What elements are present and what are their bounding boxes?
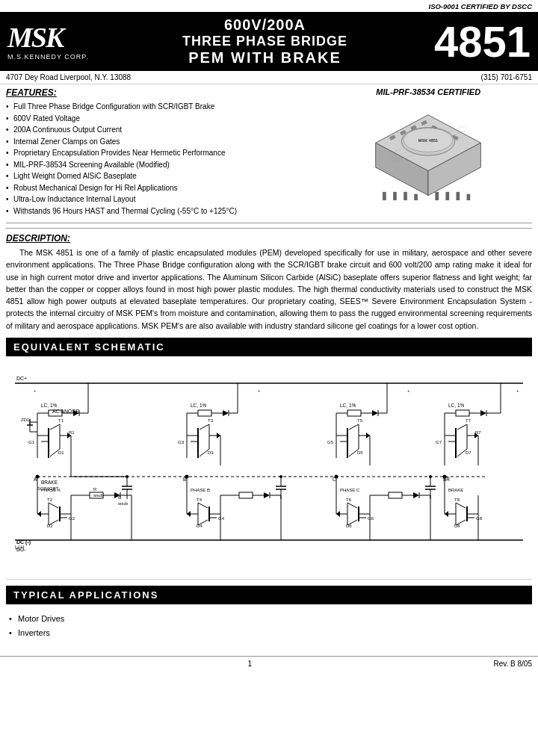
address-line: 4707 Dey Road Liverpool, N.Y. 13088 (315… [0,71,538,84]
list-item: Internal Zener Clamps on Gates [6,136,317,148]
features-left: FEATURES: Full Three Phase Bridge Config… [6,87,317,217]
svg-rect-84 [347,410,361,416]
svg-text:D2: D2 [47,524,53,528]
svg-text:LC, 1%: LC, 1% [191,403,207,408]
svg-point-226 [429,475,432,478]
iso-banner: ISO-9001 CERTIFIED BY DSCC [0,0,538,12]
list-item: 200A Continuous Output Current [6,124,317,136]
svg-marker-197 [445,511,448,517]
list-item: Withstands 96 Hours HAST and Thermal Cyc… [6,205,317,217]
svg-point-210 [335,474,338,478]
svg-marker-134 [37,511,41,517]
revision: Rev. B 8/05 [493,660,532,668]
svg-rect-162 [239,492,253,498]
typical-applications: TYPICAL APPLICATIONS Motor Drives Invert… [6,586,532,639]
svg-text:D4: D4 [197,524,202,528]
list-item: Motor Drives [9,612,532,626]
address-left: 4707 Dey Road Liverpool, N.Y. 13088 [6,73,131,81]
divider [6,223,532,223]
svg-text:+: + [516,388,519,393]
msk-logo: MSK [7,23,63,52]
svg-text:D7: D7 [466,450,471,455]
typical-apps-header: TYPICAL APPLICATIONS [6,586,532,604]
svg-marker-76 [217,433,220,439]
svg-text:T6: T6 [346,498,352,502]
svg-text:C: C [118,495,122,500]
svg-text:D8: D8 [454,524,460,528]
product-image: MSK 4851 [350,101,507,213]
svg-marker-164 [264,492,270,498]
svg-text:BRAKE: BRAKE [448,488,463,492]
svg-text:T7: T7 [466,418,471,423]
svg-line-38 [50,424,60,430]
list-item: Proprietary Encapsulation Provides Near … [6,147,317,159]
svg-rect-105 [456,410,469,416]
features-title: FEATURES: [6,87,317,98]
svg-text:R1: R1 [69,430,75,435]
svg-text:D1: D1 [58,450,64,455]
list-item: Inverters [9,626,532,640]
svg-text:D3: D3 [208,450,214,455]
svg-text:G4: G4 [218,516,225,521]
svg-point-208 [36,474,40,478]
svg-text:+: + [407,388,410,393]
svg-text:PHASE A: PHASE A [41,488,61,492]
svg-line-172 [347,503,357,508]
list-item: Ultra-Low Inductance Internal Layout [6,193,317,205]
svg-text:G3: G3 [178,440,185,444]
svg-point-211 [443,474,447,478]
svg-text:T1: T1 [58,418,64,423]
svg-text:T8: T8 [454,498,460,502]
features-section: FEATURES: Full Three Phase Bridge Config… [6,87,532,217]
title-line1: 600V/200A [224,16,306,34]
svg-text:D5: D5 [357,450,363,455]
svg-text:ZD1: ZD1 [21,418,30,422]
svg-point-209 [185,474,189,478]
svg-text:snub: snub [93,493,104,498]
list-item: 600V Rated Voltage [6,113,317,125]
schematic-header: EQUIVALENT SCHEMATIC [6,338,532,356]
svg-rect-20 [436,192,439,200]
svg-text:L(+): L(+) [15,545,25,551]
svg-text:PHASE C: PHASE C [340,488,360,492]
company-logo-area: MSK M.S.KENNEDY CORP. [7,23,90,61]
list-item: Full Three Phase Bridge Configuration wi… [6,101,317,113]
svg-text:G8: G8 [476,516,483,521]
svg-text:DC+: DC+ [16,376,27,381]
svg-line-130 [49,503,58,508]
product-title: 600V/200A THREE PHASE BRIDGE PEM WITH BR… [103,16,427,66]
svg-rect-63 [198,410,211,416]
title-line2: THREE PHASE BRIDGE [182,34,347,49]
svg-text:LC, 1%: LC, 1% [41,403,58,408]
svg-text:T2: T2 [47,498,53,502]
svg-text:+: + [34,388,37,393]
features-right: MIL-PRF-38534 CERTIFIED [324,87,532,217]
company-name: M.S.KENNEDY CORP. [7,53,89,61]
svg-marker-65 [223,410,229,416]
svg-text:G7: G7 [436,440,442,444]
part-number: 4851 [434,20,531,63]
svg-point-221 [279,475,282,478]
svg-marker-176 [336,511,340,517]
header-bar: MSK M.S.KENNEDY CORP. 600V/200A THREE PH… [0,12,538,71]
svg-rect-183 [389,492,402,498]
svg-text:T5: T5 [357,418,363,423]
list-item: MIL-PRF-38534 Screening Available (Modif… [6,159,317,171]
schematic-diagram: DC+ AC ANODE LC, 1% [6,361,532,580]
list-item: Robust Mechanical Design for Hi Rel Appl… [6,182,317,194]
svg-text:R: R [93,487,97,492]
svg-line-193 [456,503,466,508]
page-number: 1 [247,660,252,668]
svg-line-93 [349,424,359,430]
svg-text:snub: snub [118,501,129,506]
svg-rect-18 [404,192,407,200]
svg-rect-22 [457,192,460,200]
svg-marker-155 [187,511,191,517]
svg-text:T3: T3 [208,418,214,423]
page-footer: 1 Rev. B 8/05 [0,656,538,671]
svg-text:T4: T4 [197,498,202,502]
address-right: (315) 701-6751 [481,73,532,81]
svg-text:G1: G1 [28,440,35,444]
svg-rect-21 [446,192,450,200]
list-item: Light Weight Domed AlSiC Baseplate [6,170,317,182]
